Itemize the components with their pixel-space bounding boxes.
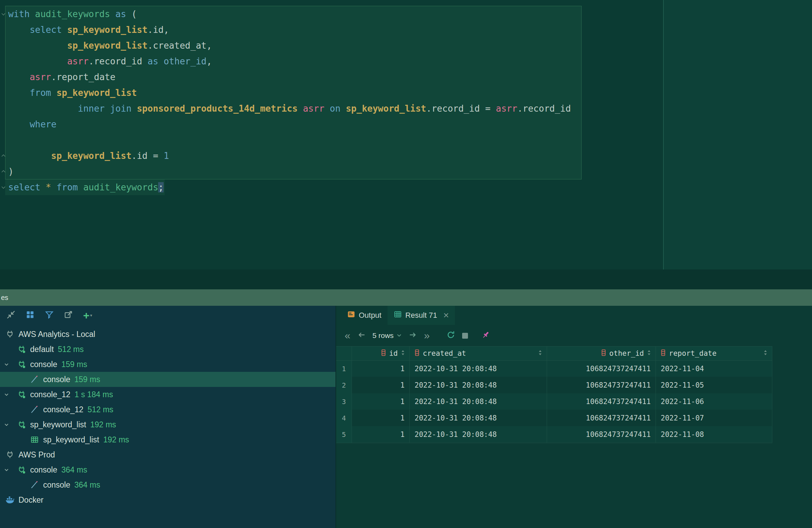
tree-item-default[interactable]: default512 ms [0, 342, 335, 357]
tree-item-console[interactable]: console364 ms [0, 462, 335, 477]
row-number[interactable]: 1 [336, 361, 352, 377]
cell-report_date[interactable]: 2022-11-05 [656, 377, 772, 393]
stop-icon [462, 333, 468, 339]
cell-other_id[interactable]: 106824737247411 [547, 426, 656, 443]
tree-item-label: sp_keyword_list [30, 420, 86, 429]
sql-editor[interactable]: with audit_keywords as ( select sp_keywo… [0, 0, 812, 269]
table-row: 212022-10-31 20:08:481068247372474112022… [336, 377, 772, 393]
cell-report_date[interactable]: 2022-11-04 [656, 361, 772, 377]
cell-created_at[interactable]: 2022-10-31 20:08:48 [410, 410, 547, 426]
pin-tab-button[interactable] [479, 329, 493, 342]
first-page-button[interactable]: « [340, 329, 355, 342]
chevron-down-icon[interactable] [3, 391, 16, 398]
cell-id[interactable]: 1 [352, 410, 410, 426]
next-page-button[interactable] [405, 329, 420, 342]
tree-item-console[interactable]: console364 ms [0, 477, 335, 492]
tab-output[interactable]: Output [341, 306, 388, 325]
tree-item-console[interactable]: console159 ms [0, 372, 335, 387]
cell-id[interactable]: 1 [352, 361, 410, 377]
cell-id[interactable]: 1 [352, 393, 410, 410]
close-icon[interactable]: × [443, 311, 449, 320]
execution-time: 364 ms [74, 480, 100, 490]
filter-button[interactable] [44, 310, 55, 321]
result-grid: idcreated_atother_idreport_date 112022-1… [336, 346, 772, 443]
session-icon [16, 344, 27, 354]
sort-icon[interactable] [538, 349, 543, 358]
tab-result-71[interactable]: Result 71 × [388, 306, 455, 325]
last-page-button[interactable]: » [420, 329, 434, 342]
column-header-created_at[interactable]: created_at [410, 347, 547, 360]
cell-report_date[interactable]: 2022-11-08 [656, 426, 772, 443]
execution-time: 1 s 184 ms [75, 390, 113, 399]
session-icon [16, 359, 27, 369]
chevron-down-icon[interactable] [3, 421, 16, 428]
cell-other_id[interactable]: 106824737247411 [547, 393, 656, 410]
cell-id[interactable]: 1 [352, 426, 410, 443]
fold-marker-icon[interactable] [1, 169, 7, 175]
cell-other_id[interactable]: 106824737247411 [547, 361, 656, 377]
table-icon [29, 435, 40, 445]
column-header-other_id[interactable]: other_id [547, 347, 656, 360]
cell-created_at[interactable]: 2022-10-31 20:08:48 [410, 393, 547, 410]
docker-icon [5, 495, 15, 505]
sort-icon[interactable] [401, 349, 405, 358]
column-header-id[interactable]: id [352, 347, 410, 360]
execution-time: 512 ms [88, 405, 113, 414]
table-row: 512022-10-31 20:08:481068247372474112022… [336, 426, 772, 443]
tree-item-label: console_12 [43, 405, 84, 414]
results-toolbar: « 5 rows » [336, 325, 812, 346]
row-number[interactable]: 2 [336, 377, 352, 393]
previous-page-button[interactable] [355, 329, 369, 342]
chevron-down-icon[interactable] [3, 361, 16, 368]
tree-item-docker[interactable]: Docker [0, 492, 335, 507]
cell-created_at[interactable]: 2022-10-31 20:08:48 [410, 361, 547, 377]
tree-item-console[interactable]: console159 ms [0, 357, 335, 372]
refresh-button[interactable] [444, 329, 458, 342]
open-in-new-button[interactable] [63, 310, 74, 321]
cell-created_at[interactable]: 2022-10-31 20:08:48 [410, 377, 547, 393]
query-icon [29, 404, 40, 415]
sort-icon[interactable] [763, 349, 768, 358]
tree-item-console-12[interactable]: console_121 s 184 ms [0, 387, 335, 402]
sort-icon[interactable] [647, 349, 651, 358]
filter-icon [45, 310, 54, 320]
tree-item-sp-keyword-list[interactable]: sp_keyword_list192 ms [0, 417, 335, 432]
add-button[interactable]: + ▾ [82, 310, 93, 321]
execution-time: 159 ms [74, 375, 100, 384]
cell-other_id[interactable]: 106824737247411 [547, 410, 656, 426]
code-line: select * from audit_keywords; [8, 179, 571, 195]
code-line: sp_keyword_list.created_at, [8, 38, 571, 53]
code-line: select sp_keyword_list.id, [8, 22, 571, 38]
code-line [8, 132, 571, 148]
pin-icon [481, 330, 490, 341]
chevron-down-icon[interactable] [3, 466, 16, 474]
stop-button[interactable] [458, 329, 472, 342]
fold-marker-icon[interactable] [1, 11, 7, 17]
row-number[interactable]: 3 [336, 393, 352, 410]
cell-report_date[interactable]: 2022-11-07 [656, 410, 772, 426]
fold-marker-icon[interactable] [1, 185, 7, 191]
cell-report_date[interactable]: 2022-11-06 [656, 393, 772, 410]
tab-label: Result 71 [405, 311, 437, 320]
row-number[interactable]: 5 [336, 426, 352, 443]
tool-window-header: es [0, 289, 812, 306]
page-size-label: 5 rows [372, 331, 394, 340]
tree-item-console-12[interactable]: console_12512 ms [0, 402, 335, 417]
page-size-select[interactable]: 5 rows [369, 331, 405, 340]
cell-id[interactable]: 1 [352, 377, 410, 393]
tree-item-aws-analytics-local[interactable]: AWS Analytics - Local [0, 327, 335, 342]
column-header-report_date[interactable]: report_date [656, 347, 772, 360]
tree-item-label: console_12 [30, 390, 71, 399]
cell-created_at[interactable]: 2022-10-31 20:08:48 [410, 426, 547, 443]
tree-item-aws-prod[interactable]: AWS Prod [0, 447, 335, 462]
execution-time: 159 ms [61, 360, 87, 369]
query-icon [29, 374, 40, 385]
cell-other_id[interactable]: 106824737247411 [547, 377, 656, 393]
collapse-all-button[interactable] [5, 310, 16, 321]
fold-marker-icon[interactable] [1, 153, 7, 159]
view-options-button[interactable] [25, 310, 36, 321]
row-number[interactable]: 4 [336, 410, 352, 426]
tree-item-sp-keyword-list[interactable]: sp_keyword_list192 ms [0, 432, 335, 447]
tree-item-label: console [43, 375, 70, 384]
expand-icon [64, 310, 73, 320]
